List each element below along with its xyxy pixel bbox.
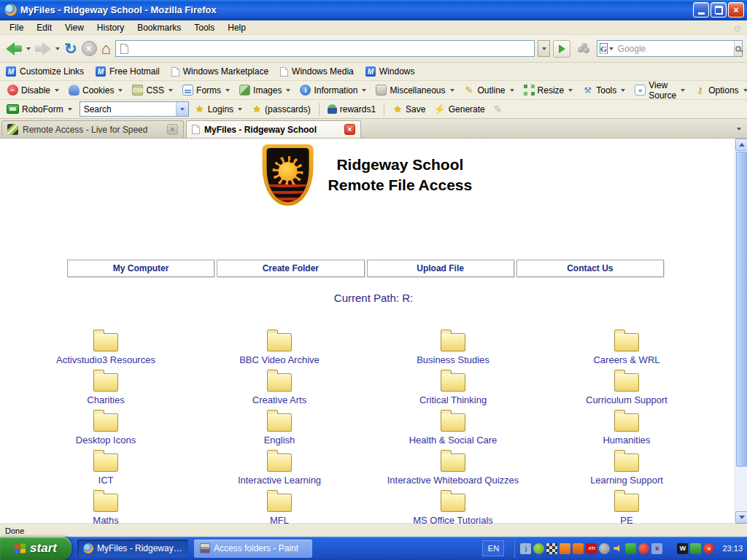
webdev-cookies-menu[interactable]: Cookies [66,83,127,97]
upload-file-button[interactable]: Upload File [367,260,514,277]
webdev-outline-menu[interactable]: ✎Outline [461,83,519,97]
menu-help[interactable]: Help [221,21,252,34]
tab-close-icon[interactable]: × [344,124,355,135]
go-button[interactable] [553,40,570,58]
tray-utorrent-icon[interactable] [533,543,544,554]
stop-button[interactable]: × [80,38,98,60]
folder-item[interactable]: ICT [19,448,193,489]
google-search-box[interactable]: G [597,40,743,57]
tray-roboform-icon[interactable] [625,543,636,554]
combobox-dropdown-button[interactable] [176,102,188,116]
roboform-logins-menu[interactable]: ★Logins [193,103,246,116]
vertical-scrollbar[interactable] [735,139,747,524]
google-engine-icon[interactable]: G [600,43,608,54]
minimize-button[interactable] [693,2,709,18]
webdev-tools-menu[interactable]: ⚒Tools [579,83,630,97]
tray-checkered-icon[interactable] [546,543,557,554]
scroll-down-button[interactable] [735,511,747,524]
webdev-images-menu[interactable]: Images [236,83,295,97]
folder-item[interactable]: Charities [19,368,193,408]
extension-paw-icon[interactable] [578,43,589,55]
start-button[interactable]: start [0,537,71,560]
close-button[interactable]: × [728,2,744,18]
webdev-view-source-menu[interactable]: «View Source [632,79,689,102]
tray-network-icon[interactable] [690,543,701,554]
tab-remote-access[interactable]: Remote Access - Live for Speed × [1,120,184,138]
address-history-dropdown[interactable] [538,40,550,57]
search-go-button[interactable] [734,41,742,56]
forward-button[interactable] [34,38,53,60]
bookmark-windows-marketplace[interactable]: Windows Marketplace [171,66,268,77]
back-button[interactable] [4,38,23,60]
search-input[interactable] [615,44,734,54]
clock[interactable]: 23:13 [722,544,743,553]
tray-security-alert-icon[interactable]: × [703,543,714,554]
folder-item[interactable]: Critical Thinking [366,368,540,408]
tray-wireless-icon[interactable]: ) [520,543,531,554]
webdev-disable-menu[interactable]: −Disable [4,83,63,97]
menu-tools[interactable]: Tools [187,21,221,34]
taskbar-button-paint[interactable]: Access folders - Paint [194,540,312,558]
roboform-passcards-button[interactable]: ★(passcards) [249,103,313,116]
tray-sync-icon[interactable] [638,543,649,554]
menu-file[interactable]: File [3,21,30,34]
folder-item[interactable]: Health & Social Care [366,408,540,448]
tray-winamp-icon[interactable]: W [677,543,688,554]
webdev-css-menu[interactable]: CSSCSS [129,83,177,97]
tray-network-error-icon[interactable]: × [651,543,662,554]
scroll-up-button[interactable] [735,139,747,151]
address-bar[interactable] [115,40,535,57]
folder-item[interactable]: MFL [193,489,366,524]
tab-list-dropdown[interactable] [732,122,746,136]
tray-volume-icon[interactable] [612,543,623,554]
folder-item[interactable]: BBC Video Archive [193,328,366,368]
tray-steam-icon[interactable] [599,543,610,554]
webdev-information-menu[interactable]: iInformation [297,83,371,97]
tray-speedfan-icon[interactable] [560,543,570,554]
restore-button[interactable] [711,2,727,18]
folder-item[interactable]: Interactive Whiteboard Quizzes [366,448,540,489]
tab-close-icon[interactable]: × [167,124,178,135]
contact-us-button[interactable]: Contact Us [516,260,664,277]
folder-item[interactable]: MS Office Tutorials [366,489,540,524]
webdev-resize-menu[interactable]: Resize [521,83,578,97]
folder-item[interactable]: Business Studies [366,328,540,368]
create-folder-button[interactable]: Create Folder [217,260,364,277]
roboform-save-button[interactable]: ★Save [390,103,427,116]
bookmark-windows-media[interactable]: Windows Media [280,66,354,77]
folder-item[interactable]: Activstudio3 Resources [19,328,193,368]
menu-history[interactable]: History [90,21,131,34]
tab-myfiles[interactable]: MyFiles - Ridgeway School × [186,120,361,138]
taskbar-button-firefox[interactable]: MyFiles - Ridgeway S... [77,540,188,558]
forward-dropdown-icon[interactable] [55,47,60,50]
folder-item[interactable]: Careers & WRL [540,328,713,368]
reload-button[interactable]: ↻ [63,38,79,60]
fill-forms-pencil-icon[interactable]: ✎ [494,104,503,115]
tray-ati-icon[interactable]: ATI [586,543,597,554]
bookmark-free-hotmail[interactable]: MFree Hotmail [96,66,160,77]
my-computer-button[interactable]: My Computer [67,260,214,277]
menu-view[interactable]: View [58,21,90,34]
scrollbar-thumb[interactable] [736,152,747,467]
folder-item[interactable]: English [193,408,366,448]
webdev-forms-menu[interactable]: Forms [179,83,234,97]
menu-edit[interactable]: Edit [30,21,58,34]
address-bar-input[interactable] [131,44,533,54]
folder-item[interactable]: Humanities [540,408,713,448]
bookmark-customize-links[interactable]: MCustomize Links [6,66,84,77]
roboform-menu[interactable]: RoboForm [4,103,76,116]
roboform-identity-button[interactable]: rewards1 [325,103,378,116]
webdev-options-menu[interactable]: ⚷Options [692,83,747,97]
roboform-search-combobox[interactable]: Search [80,101,189,117]
language-indicator[interactable]: EN [482,540,504,556]
bookmark-windows[interactable]: MWindows [365,66,415,77]
home-button[interactable]: ⌂ [100,38,112,60]
search-engine-dropdown-icon[interactable] [609,47,614,50]
folder-item[interactable]: Maths [19,489,193,524]
folder-item[interactable]: Desktop Icons [19,408,193,448]
tray-monitor-icon[interactable] [573,543,584,554]
back-dropdown-icon[interactable] [26,47,31,50]
roboform-generate-button[interactable]: ⚡Generate [431,102,487,116]
folder-item[interactable]: Creative Arts [193,368,366,408]
folder-item[interactable]: Interactive Learning [193,448,366,489]
